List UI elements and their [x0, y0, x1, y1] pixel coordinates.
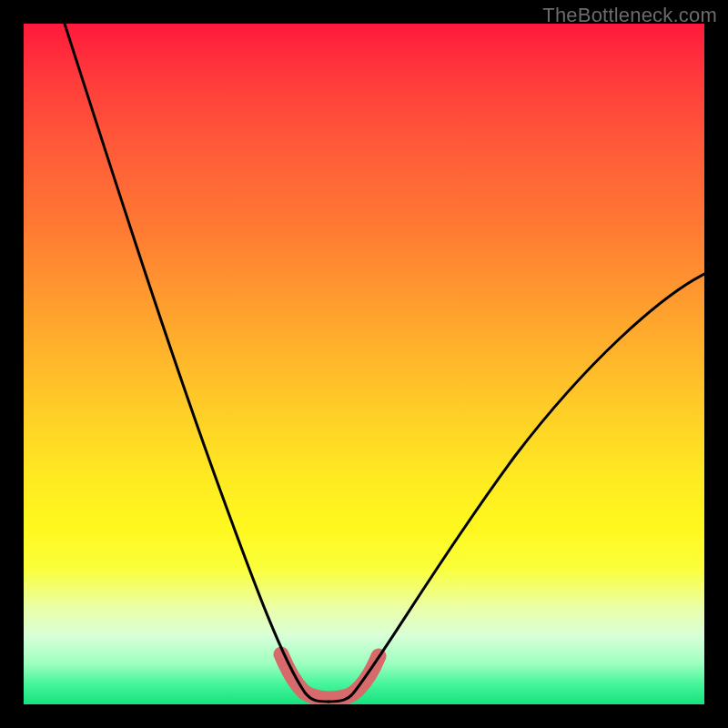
curve-right-branch	[329, 274, 704, 702]
curve-left-branch	[65, 24, 329, 702]
chart-plot-area	[24, 24, 704, 704]
chart-curves	[24, 24, 704, 704]
watermark-text: TheBottleneck.com	[542, 4, 717, 27]
chart-frame: TheBottleneck.com	[0, 0, 728, 728]
